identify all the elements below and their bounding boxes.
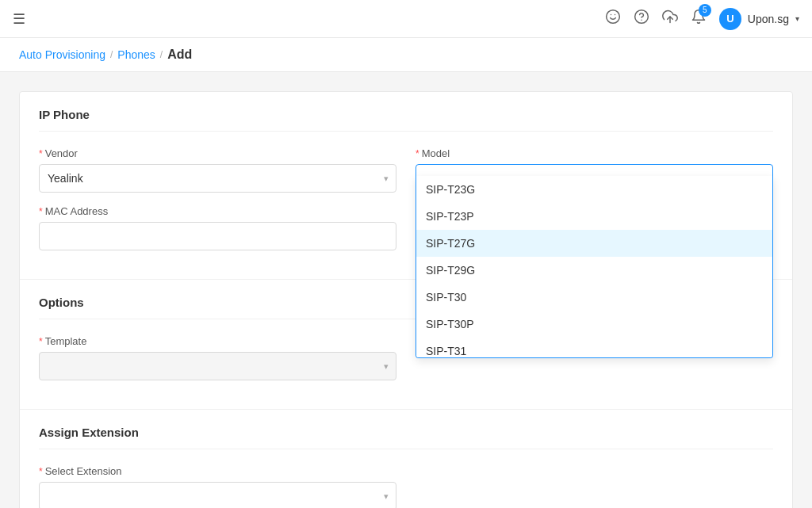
mac-input[interactable] — [39, 222, 396, 250]
template-select-wrapper: ▾ — [39, 352, 396, 380]
breadcrumb-auto-provisioning[interactable]: Auto Provisioning — [19, 48, 105, 61]
mask-icon[interactable] — [605, 9, 621, 29]
navbar: ☰ — [0, 0, 812, 38]
mac-label-text: MAC Address — [45, 205, 108, 217]
vendor-select[interactable]: Yealink — [39, 164, 396, 193]
vendor-required-star: * — [39, 148, 43, 159]
mac-required-star: * — [39, 206, 43, 217]
help-icon[interactable] — [634, 9, 649, 29]
navbar-left: ☰ — [13, 10, 25, 28]
svg-point-2 — [635, 10, 649, 24]
main-content: IP Phone * Vendor Yealink ▾ — [0, 72, 812, 508]
model-dropdown-item[interactable]: SIP-T30P — [416, 311, 772, 338]
model-dropdown-item[interactable]: SIP-T27G — [416, 230, 772, 257]
extension-label: * Select Extension — [39, 465, 396, 477]
template-required-star: * — [39, 336, 43, 347]
ip-phone-section: IP Phone * Vendor Yealink ▾ — [20, 92, 792, 280]
vendor-select-wrapper: Yealink ▾ — [39, 164, 396, 193]
breadcrumb: Auto Provisioning / Phones / Add — [0, 38, 812, 72]
model-dropdown-item[interactable]: SIP-T31 — [416, 338, 772, 358]
user-area[interactable]: U Upon.sg ▾ — [719, 8, 799, 30]
vendor-model-row: * Vendor Yealink ▾ * Model — [39, 147, 773, 193]
model-required-star: * — [416, 148, 419, 159]
extension-select[interactable] — [39, 482, 396, 508]
model-dropdown-item[interactable]: SIP-T23G — [416, 176, 772, 203]
extension-select-wrapper: ▾ — [39, 482, 396, 508]
template-label-text: Template — [45, 335, 87, 347]
model-dropdown-item[interactable]: SIP-T30 — [416, 284, 772, 311]
upload-icon[interactable] — [662, 9, 678, 29]
model-label: * Model — [416, 147, 773, 159]
mac-group: * MAC Address — [39, 205, 396, 250]
navbar-right: 5 U Upon.sg ▾ — [605, 8, 799, 30]
user-chevron-icon: ▾ — [795, 14, 799, 23]
breadcrumb-add: Add — [167, 48, 192, 62]
mac-address-row: * MAC Address — [39, 205, 396, 250]
avatar: U — [719, 8, 741, 30]
template-row: * Template ▾ — [39, 335, 396, 380]
template-label: * Template — [39, 335, 396, 347]
breadcrumb-phones[interactable]: Phones — [117, 48, 155, 61]
model-label-text: Model — [422, 147, 450, 159]
extension-label-text: Select Extension — [45, 465, 122, 477]
model-group: * Model ∧ SIP-T23GSIP-T23PSIP-T27GSIP-T2… — [416, 147, 773, 193]
model-dropdown-item[interactable]: SIP-T29G — [416, 257, 772, 284]
assign-extension-title: Assign Extension — [39, 426, 773, 449]
model-dropdown-list: SIP-T23GSIP-T23PSIP-T27GSIP-T29GSIP-T30S… — [416, 176, 773, 358]
hamburger-icon[interactable]: ☰ — [13, 10, 25, 28]
form-card: IP Phone * Vendor Yealink ▾ — [19, 91, 793, 508]
username-label: Upon.sg — [748, 13, 789, 25]
notification-badge: 5 — [699, 4, 711, 17]
extension-row: * Select Extension ▾ — [39, 465, 396, 508]
extension-required-star: * — [39, 466, 43, 477]
vendor-label: * Vendor — [39, 147, 396, 159]
vendor-group: * Vendor Yealink ▾ — [39, 147, 396, 193]
mac-label: * MAC Address — [39, 205, 396, 217]
ip-phone-title: IP Phone — [39, 108, 773, 132]
breadcrumb-sep-2: / — [160, 49, 163, 60]
template-select[interactable] — [39, 352, 396, 380]
assign-extension-section: Assign Extension * Select Extension ▾ — [20, 410, 792, 508]
template-group: * Template ▾ — [39, 335, 396, 380]
extension-group: * Select Extension ▾ — [39, 465, 396, 508]
vendor-label-text: Vendor — [45, 147, 78, 159]
breadcrumb-sep-1: / — [110, 49, 113, 60]
notification-bell-wrapper: 5 — [691, 9, 707, 29]
model-dropdown-item[interactable]: SIP-T23P — [416, 203, 772, 230]
